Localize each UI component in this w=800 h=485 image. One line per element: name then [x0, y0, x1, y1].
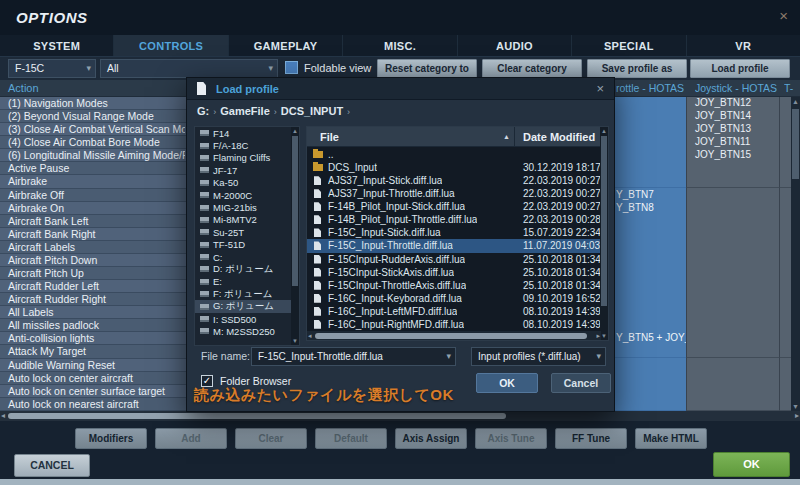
joystick-binding-cell[interactable]: [686, 344, 779, 358]
scroll-right-icon[interactable]: ▸: [596, 331, 600, 341]
file-row[interactable]: F-15CInput-ThrottleAxis.diff.lua25.10.20…: [307, 279, 601, 292]
throttle-binding-cell[interactable]: [613, 344, 686, 358]
throttle-binding-cell[interactable]: [613, 371, 686, 385]
default-button[interactable]: Default: [315, 428, 387, 449]
joystick-binding-cell[interactable]: [686, 279, 779, 293]
joystick-binding-cell[interactable]: [686, 371, 779, 385]
scrollbar-thumb[interactable]: [315, 333, 587, 339]
breadcrumb-folder[interactable]: GameFile: [220, 105, 270, 117]
throttle-binding-cell[interactable]: [613, 358, 686, 372]
table-horizontal-scrollbar[interactable]: ◂ ▸: [0, 411, 800, 421]
joystick-binding-cell[interactable]: JOY_BTN12: [686, 97, 779, 110]
joystick-binding-cell[interactable]: [686, 266, 779, 280]
close-icon[interactable]: ×: [596, 81, 604, 96]
throttle-binding-cell[interactable]: [613, 253, 686, 267]
tab-misc[interactable]: MISC.: [343, 35, 457, 56]
scrollbar-thumb[interactable]: [792, 109, 799, 179]
folder-item[interactable]: F14: [195, 127, 299, 139]
throttle-binding-cell[interactable]: [613, 292, 686, 306]
folder-item[interactable]: Flaming Cliffs: [195, 152, 299, 164]
throttle-binding-cell[interactable]: [613, 109, 686, 123]
file-row[interactable]: DCS_Input30.12.2019 18:17: [307, 161, 601, 174]
scroll-down-icon[interactable]: ▼: [600, 333, 608, 339]
table-vertical-scrollbar[interactable]: ▲ ▼: [791, 97, 800, 411]
throttle-binding-cell[interactable]: Y_BTN7: [613, 188, 686, 202]
file-row[interactable]: ..: [307, 148, 601, 161]
axis-assign-button[interactable]: Axis Assign: [395, 428, 467, 449]
scroll-up-icon[interactable]: ▲: [791, 98, 800, 105]
reset-category-button[interactable]: Reset category to default: [377, 59, 477, 78]
file-list-horizontal-scrollbar[interactable]: ◂ ▸: [307, 331, 601, 341]
joystick-binding-cell[interactable]: [686, 292, 779, 306]
folder-scrollbar[interactable]: ▲ ▼: [291, 127, 299, 345]
file-row[interactable]: F-14B_Pilot_Input-Stick.diff.lua22.03.20…: [307, 200, 601, 213]
modifiers-button[interactable]: Modifiers: [75, 428, 147, 449]
scroll-left-icon[interactable]: ◂: [308, 331, 312, 341]
folder-item[interactable]: Su-25T: [195, 226, 299, 238]
throttle-binding-cell[interactable]: [613, 305, 686, 319]
folder-item[interactable]: Ka-50: [195, 177, 299, 189]
action-column-header[interactable]: Action: [8, 82, 39, 94]
folder-item[interactable]: I: SSD500: [195, 313, 299, 325]
joystick-binding-cell[interactable]: JOY_BTN15: [686, 148, 779, 162]
folder-item[interactable]: D: ボリューム: [195, 263, 299, 275]
column-divider[interactable]: [514, 127, 515, 147]
throttle-binding-cell[interactable]: [613, 384, 686, 398]
throttle-binding-cell[interactable]: [613, 148, 686, 162]
joystick-binding-cell[interactable]: [686, 188, 779, 202]
file-row[interactable]: AJS37_Input-Throttle.diff.lua22.03.2019 …: [307, 187, 601, 200]
breadcrumb[interactable]: G:›GameFile›DCS_INPUT›: [197, 105, 354, 117]
file-row[interactable]: AJS37_Input-Stick.diff.lua22.03.2019 00:…: [307, 174, 601, 187]
throttle-binding-cell[interactable]: [613, 266, 686, 280]
folder-item[interactable]: M: M2SSD250: [195, 325, 299, 337]
joystick-binding-cell[interactable]: JOY_BTN14: [686, 109, 779, 123]
throttle-binding-cell[interactable]: Y_BTN8: [613, 201, 686, 215]
file-column-header[interactable]: File: [320, 131, 339, 143]
throttle-binding-cell[interactable]: [613, 279, 686, 293]
file-row[interactable]: F-15CInput-StickAxis.diff.lua25.10.2018 …: [307, 266, 601, 279]
joystick-binding-cell[interactable]: [686, 214, 779, 228]
close-icon[interactable]: ×: [779, 7, 788, 24]
file-row[interactable]: F-14B_Pilot_Input-Throttle.diff.lua22.03…: [307, 213, 601, 226]
scroll-down-icon[interactable]: ▼: [791, 403, 800, 410]
aircraft-select[interactable]: F-15C ▾: [8, 59, 96, 78]
date-column-header[interactable]: Date Modified: [523, 131, 595, 143]
dialog-titlebar[interactable]: Load profile ×: [187, 78, 614, 100]
throttle-binding-cell[interactable]: [613, 122, 686, 136]
scrollbar-thumb[interactable]: [601, 136, 607, 306]
joystick-binding-cell[interactable]: [686, 358, 779, 372]
tab-special[interactable]: SPECIAL: [572, 35, 686, 56]
file-row[interactable]: F-16C_Input-RightMFD.diff.lua08.10.2019 …: [307, 318, 601, 331]
footer-cancel-button[interactable]: CANCEL: [14, 454, 90, 477]
folder-item[interactable]: M-2000C: [195, 189, 299, 201]
joystick-binding-cell[interactable]: [686, 318, 779, 332]
joystick-binding-cell[interactable]: [686, 161, 779, 175]
breadcrumb-drive[interactable]: G:: [197, 105, 209, 117]
category-select[interactable]: All ▾: [100, 59, 278, 78]
scrollbar-thumb[interactable]: [292, 136, 298, 286]
tab-gameplay[interactable]: GAMEPLAY: [229, 35, 343, 56]
throttle-binding-cell[interactable]: [613, 397, 686, 411]
save-profile-button[interactable]: Save profile as: [587, 59, 687, 78]
file-name-input[interactable]: F-15C_Input-Throttle.diff.lua ▾: [251, 347, 456, 366]
throttle-binding-cell[interactable]: [613, 135, 686, 149]
throttle-binding-cell[interactable]: [613, 97, 686, 110]
throttle-binding-cell[interactable]: [613, 214, 686, 228]
joystick-binding-cell[interactable]: [686, 397, 779, 411]
joystick-binding-cell[interactable]: [686, 384, 779, 398]
file-row[interactable]: F-15CInput-RudderAxis.diff.lua25.10.2018…: [307, 253, 601, 266]
make-html-button[interactable]: Make HTML: [635, 428, 707, 449]
file-type-select[interactable]: Input profiles (*.diff.lua) ▾: [471, 347, 606, 366]
throttle-binding-cell[interactable]: [613, 318, 686, 332]
ff-tune-button[interactable]: FF Tune: [555, 428, 627, 449]
folder-item[interactable]: C:: [195, 251, 299, 263]
breadcrumb-folder[interactable]: DCS_INPUT: [281, 105, 343, 117]
sort-asc-icon[interactable]: ▲: [503, 133, 510, 140]
folder-item[interactable]: TF-51D: [195, 239, 299, 251]
throttle-column-header[interactable]: rottle - HOTAS ...▾: [616, 82, 686, 94]
footer-ok-button[interactable]: OK: [713, 452, 790, 477]
folder-item[interactable]: Mi-8MTV2: [195, 214, 299, 226]
file-list-scrollbar[interactable]: ▲ ▼: [600, 127, 608, 340]
throttle-binding-cell[interactable]: [613, 161, 686, 175]
file-row-selected[interactable]: F-15C_Input-Throttle.diff.lua11.07.2019 …: [307, 239, 601, 252]
